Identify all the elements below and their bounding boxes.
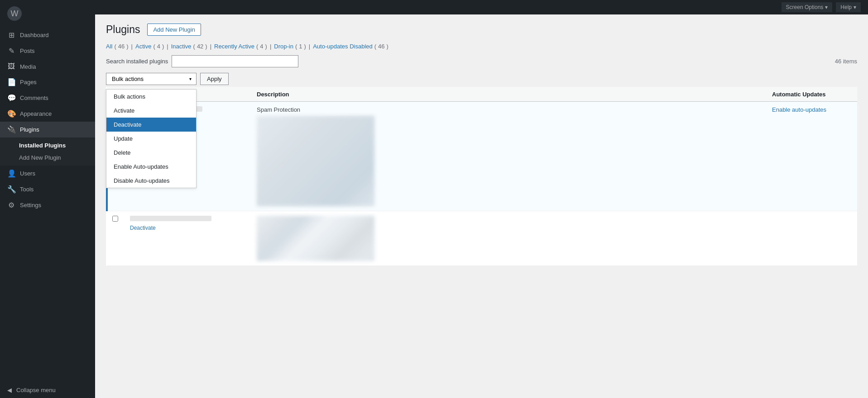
users-icon: 👤: [7, 169, 15, 178]
dashboard-icon: ⊞: [7, 31, 15, 39]
bulk-actions-label: Bulk actions: [112, 76, 144, 82]
page-title: Plugins: [106, 24, 140, 36]
sidebar-item-media[interactable]: 🖼 Media: [0, 59, 95, 74]
sidebar-item-label: Media: [20, 63, 36, 70]
topbar: Screen Options ▾ Help ▾: [95, 0, 868, 14]
row2-name-blurred: [130, 216, 211, 221]
row2-autoupdate-cell: [767, 211, 857, 266]
pages-icon: 📄: [7, 78, 15, 86]
row2-checkbox-cell: [107, 211, 125, 266]
filter-active[interactable]: Active: [135, 43, 151, 50]
filter-inactive-count: 42: [197, 43, 203, 50]
filter-drop-in[interactable]: Drop-in: [274, 43, 293, 50]
sidebar-item-label: Tools: [20, 186, 34, 193]
filter-all-count: 46: [118, 43, 125, 50]
filter-active-count: 4: [157, 43, 160, 50]
sidebar: W ⊞ Dashboard ✎ Posts 🖼 Media 📄 Pages 💬 …: [0, 0, 95, 398]
plugins-icon: 🔌: [7, 125, 15, 134]
dropdown-item-deactivate[interactable]: Deactivate: [106, 118, 196, 132]
help-button[interactable]: Help ▾: [836, 2, 861, 12]
th-description: Description: [251, 87, 767, 102]
settings-icon: ⚙: [7, 201, 15, 209]
content-area: Plugins Add New Plugin All (46) | Active…: [95, 14, 868, 398]
dropdown-item-disable-auto-updates[interactable]: Disable Auto-updates: [106, 174, 196, 188]
sidebar-item-label: Pages: [20, 79, 37, 85]
row1-subtitle: Spam Protection: [257, 106, 761, 113]
collapse-label: Collapse menu: [16, 387, 56, 393]
sidebar-item-posts[interactable]: ✎ Posts: [0, 43, 95, 59]
table-row: Deactivate: [107, 211, 857, 266]
dropdown-item-enable-auto-updates[interactable]: Enable Auto-updates: [106, 160, 196, 174]
sidebar-item-label: Dashboard: [20, 32, 49, 38]
search-bar: Search installed plugins 46 items: [106, 55, 857, 67]
dropdown-item-bulk-actions[interactable]: Bulk actions: [106, 90, 196, 104]
sidebar-item-tools[interactable]: 🔧 Tools: [0, 181, 95, 197]
row2-checkbox[interactable]: [112, 216, 118, 222]
row1-enable-auto-updates-link[interactable]: Enable auto-updates: [772, 106, 826, 113]
bulk-actions-dropdown[interactable]: Bulk actions ▾: [106, 73, 197, 85]
add-new-plugin-button[interactable]: Add New Plugin: [147, 24, 201, 36]
table-row: Deactivate Spam Protection Enable auto-u…: [107, 102, 857, 211]
sidebar-sub-installed-plugins[interactable]: Installed Plugins: [0, 139, 95, 152]
screen-options-chevron-icon: ▾: [825, 4, 828, 10]
filter-bar: All (46) | Active (4) | Inactive (42) | …: [106, 43, 857, 50]
dropdown-item-delete[interactable]: Delete: [106, 146, 196, 160]
filter-auto-updates-disabled-count: 46: [378, 43, 384, 50]
sidebar-logo: W: [0, 0, 95, 27]
row1-autoupdate-cell: Enable auto-updates: [767, 102, 857, 211]
sidebar-item-label: Comments: [20, 95, 48, 101]
posts-icon: ✎: [7, 47, 15, 55]
sidebar-item-settings[interactable]: ⚙ Settings: [0, 197, 95, 213]
filter-all[interactable]: All: [106, 43, 112, 50]
filter-inactive[interactable]: Inactive: [171, 43, 192, 50]
sidebar-sub-add-new-plugin[interactable]: Add New Plugin: [0, 152, 95, 164]
table-header-row: Plugin Description Automatic Updates: [107, 87, 857, 102]
items-count: 46 items: [835, 58, 857, 65]
dropdown-item-activate[interactable]: Activate: [106, 104, 196, 118]
sidebar-item-label: Settings: [20, 202, 41, 208]
main-area: Screen Options ▾ Help ▾ Plugins Add New …: [95, 0, 868, 398]
row2-deactivate-link[interactable]: Deactivate: [130, 225, 156, 231]
search-label: Search installed plugins: [106, 58, 168, 65]
screen-options-button[interactable]: Screen Options ▾: [782, 2, 833, 12]
plugins-table: Plugin Description Automatic Updates: [106, 87, 857, 266]
sidebar-item-label: Appearance: [20, 110, 52, 117]
sidebar-item-label: Posts: [20, 47, 35, 54]
bulk-actions-menu: Bulk actions Activate Deactivate Update …: [106, 89, 197, 188]
collapse-icon: ◀: [7, 387, 12, 393]
sidebar-item-dashboard[interactable]: ⊞ Dashboard: [0, 27, 95, 43]
sidebar-item-plugins[interactable]: 🔌 Plugins: [0, 122, 95, 137]
help-label: Help: [840, 4, 852, 10]
sidebar-item-appearance[interactable]: 🎨 Appearance: [0, 106, 95, 122]
sidebar-item-label: Users: [20, 170, 35, 177]
sidebar-item-pages[interactable]: 📄 Pages: [0, 74, 95, 90]
row2-description-cell: [251, 211, 767, 266]
actions-row: Bulk actions ▾ Bulk actions Activate Dea…: [106, 73, 857, 85]
th-auto-updates: Automatic Updates: [767, 87, 857, 102]
help-chevron-icon: ▾: [854, 4, 856, 10]
sidebar-item-label: Plugins: [20, 126, 39, 133]
comments-icon: 💬: [7, 94, 15, 102]
dropdown-item-update[interactable]: Update: [106, 132, 196, 146]
page-header: Plugins Add New Plugin: [106, 24, 857, 36]
filter-recently-active-count: 4: [260, 43, 263, 50]
row2-plugin-name: [130, 216, 246, 223]
tools-icon: 🔧: [7, 185, 15, 194]
sidebar-plugins-submenu: Installed Plugins Add New Plugin: [0, 137, 95, 166]
wordpress-logo-icon: W: [7, 6, 22, 21]
apply-button[interactable]: Apply: [200, 73, 229, 85]
row1-description-cell: Spam Protection: [251, 102, 767, 211]
collapse-menu-button[interactable]: ◀ Collapse menu: [0, 382, 95, 398]
search-input[interactable]: [172, 55, 298, 67]
row2-description-image: [257, 216, 374, 261]
sidebar-item-comments[interactable]: 💬 Comments: [0, 90, 95, 106]
screen-options-label: Screen Options: [786, 4, 824, 10]
filter-auto-updates-disabled[interactable]: Auto-updates Disabled: [313, 43, 373, 50]
row2-plugin-cell: Deactivate: [125, 211, 251, 266]
sidebar-item-users[interactable]: 👤 Users: [0, 166, 95, 181]
media-icon: 🖼: [7, 62, 15, 71]
dropdown-chevron-icon: ▾: [189, 76, 192, 81]
row1-description-image: [257, 116, 374, 206]
filter-drop-in-count: 1: [299, 43, 302, 50]
filter-recently-active[interactable]: Recently Active: [214, 43, 254, 50]
